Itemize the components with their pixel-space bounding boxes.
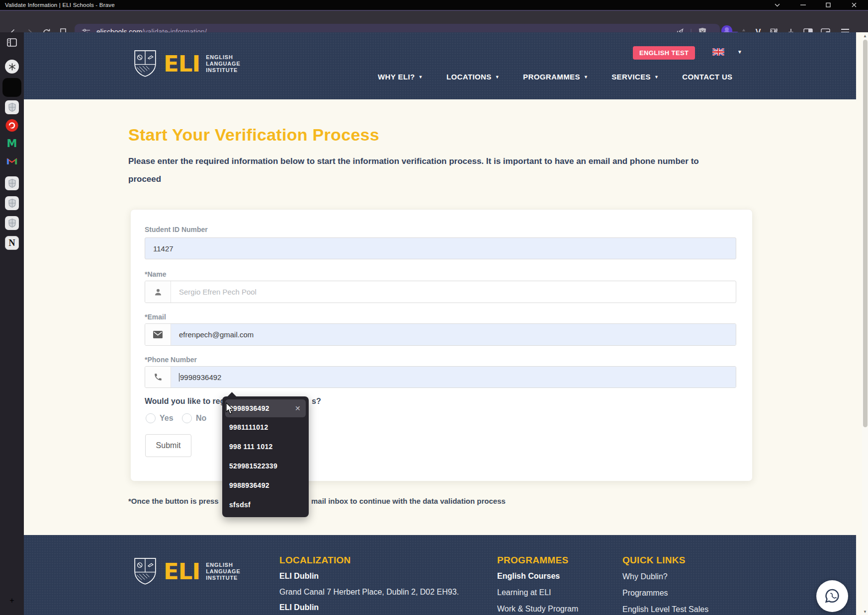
name-label: *Name — [145, 270, 167, 278]
window-title: Validate Information | ELI Schools - Bra… — [5, 2, 115, 8]
email-icon — [145, 324, 171, 345]
autofill-suggestion[interactable]: 529981522339 — [222, 456, 309, 475]
autofill-suggestion[interactable]: 9981111012 — [222, 417, 309, 437]
chatgpt-tab-icon[interactable] — [5, 60, 19, 74]
nav-locations[interactable]: LOCATIONS▼ — [446, 73, 500, 81]
maximize-button[interactable] — [820, 0, 837, 10]
scroll-up-arrow[interactable]: ▲ — [862, 32, 868, 39]
footer-link[interactable]: Why Dublin? — [622, 572, 708, 581]
chevron-down-icon: ▼ — [737, 49, 742, 55]
red-app-tab-icon[interactable] — [5, 119, 19, 132]
whatsapp-button[interactable] — [816, 580, 848, 612]
nav-services[interactable]: SERVICES▼ — [611, 73, 659, 81]
eli-logo[interactable]: ELI ENGLISHLANGUAGEINSTITUTE — [133, 49, 241, 78]
footer-link[interactable]: Work & Study Program — [497, 605, 578, 614]
student-id-label: Student ID Number — [145, 226, 208, 233]
chevron-down-icon: ▼ — [419, 75, 423, 79]
uk-flag-icon — [712, 48, 724, 56]
new-tab-button[interactable]: + — [9, 596, 14, 605]
footer-link[interactable]: English Courses — [497, 572, 578, 581]
chevron-down-icon: ▼ — [654, 75, 659, 79]
site-header: ELI ENGLISHLANGUAGEINSTITUTE WHY ELI?▼ L… — [24, 32, 856, 99]
eli-tab-icon[interactable] — [5, 196, 19, 210]
close-window-button[interactable] — [846, 0, 863, 10]
footer-address: Grand Canal 7 Herbert Place, Dublin 2, D… — [279, 588, 459, 597]
nav-why-eli[interactable]: WHY ELI?▼ — [378, 73, 423, 81]
footer-link[interactable]: Programmes — [622, 589, 708, 598]
browser-toolbar: elischools.com/validate-information/ | 5… — [0, 10, 868, 32]
submit-button[interactable]: Submit — [145, 434, 191, 457]
page-title: Start Your Verification Process — [128, 125, 379, 145]
gmail-tab-icon[interactable] — [6, 156, 17, 165]
radio-no[interactable]: No — [182, 413, 206, 423]
name-input[interactable]: Sergio Efren Pech Pool — [145, 281, 736, 303]
chevron-down-icon: ▼ — [584, 75, 588, 79]
whatsapp-icon — [823, 587, 841, 605]
tab-search-button[interactable] — [769, 0, 785, 10]
register-question-left: Would you like to regis — [145, 397, 232, 406]
phone-label: *Phone Number — [145, 356, 197, 364]
mouse-cursor — [225, 402, 236, 415]
eli-tab-icon[interactable] — [5, 100, 19, 114]
minimize-button[interactable] — [794, 0, 811, 10]
footer-eli-logo: ELI ENGLISHLANGUAGEINSTITUTE — [133, 556, 241, 586]
quick-links-heading: QUICK LINKS — [622, 555, 708, 566]
autofill-suggestion[interactable]: 9988936492 — [222, 475, 309, 495]
vertical-tab-strip: M N + — [0, 32, 24, 615]
web-page: ELI ENGLISHLANGUAGEINSTITUTE WHY ELI?▼ L… — [24, 32, 862, 615]
phone-input[interactable]: 9998936492 — [145, 366, 736, 388]
page-description-line2: proceed — [128, 174, 161, 184]
nav-programmes[interactable]: PROGRAMMES▼ — [523, 73, 588, 81]
radio-yes[interactable]: Yes — [146, 413, 174, 423]
autofill-suggestion[interactable]: 9998936492 ✕ — [225, 399, 306, 417]
person-icon — [145, 281, 171, 303]
student-id-input[interactable]: 11427 — [145, 237, 736, 259]
programmes-heading: PROGRAMMES — [497, 555, 578, 566]
footer-programmes-column: PROGRAMMES English Courses Learning at E… — [497, 555, 578, 614]
window-titlebar: Validate Information | ELI Schools - Bra… — [0, 0, 868, 10]
radio-circle[interactable] — [146, 413, 156, 423]
scrollbar-thumb[interactable] — [863, 40, 868, 427]
radio-circle[interactable] — [182, 413, 192, 423]
english-test-button[interactable]: ENGLISH TEST — [633, 46, 695, 60]
active-tab[interactable] — [2, 78, 21, 97]
footer-localization-column: LOCALIZATION ELI Dublin Grand Canal 7 He… — [279, 555, 459, 612]
post-submit-note-right: mail inbox to continue with the data val… — [311, 497, 506, 505]
autofill-suggestion[interactable]: sfsdsf — [222, 495, 309, 514]
eli-tab-icon[interactable] — [5, 216, 19, 230]
language-selector[interactable]: ▼ — [712, 48, 742, 56]
page-description-line1: Please enter the required information be… — [128, 156, 699, 166]
nav-contact-us[interactable]: CONTACT US — [682, 73, 732, 81]
sidebar-toggle-icon[interactable] — [7, 38, 17, 47]
scroll-down-arrow[interactable]: ▼ — [862, 608, 868, 615]
email-input[interactable]: efrenpech@gmail.com — [145, 323, 736, 346]
main-nav: WHY ELI?▼ LOCATIONS▼ PROGRAMMES▼ SERVICE… — [378, 73, 733, 81]
page-scrollbar[interactable]: ▲ ▼ — [862, 32, 868, 615]
autofill-suggestion[interactable]: 998 111 1012 — [222, 437, 309, 456]
green-m-tab-icon[interactable]: M — [7, 138, 17, 150]
footer-quicklinks-column: QUICK LINKS Why Dublin? Programmes Engli… — [622, 555, 708, 614]
site-footer: ELI ENGLISHLANGUAGEINSTITUTE LOCALIZATIO… — [24, 535, 856, 615]
remove-suggestion-icon[interactable]: ✕ — [295, 404, 301, 412]
post-submit-note-left: *Once the button is press — [128, 497, 219, 505]
footer-eli-dublin-2[interactable]: ELI Dublin — [279, 603, 459, 612]
footer-link[interactable]: Learning at ELI — [497, 588, 578, 597]
chevron-down-icon: ▼ — [495, 75, 500, 79]
phone-icon — [145, 367, 171, 387]
eli-tab-icon[interactable] — [5, 176, 19, 190]
phone-value: 9998936492 — [179, 373, 221, 382]
footer-eli-dublin-1[interactable]: ELI Dublin — [279, 572, 459, 581]
notion-tab-icon[interactable]: N — [5, 236, 19, 250]
register-question-right: s? — [312, 397, 321, 406]
localization-heading: LOCALIZATION — [279, 555, 459, 566]
email-label: *Email — [145, 313, 166, 321]
footer-link[interactable]: English Level Test Sales — [622, 605, 708, 614]
